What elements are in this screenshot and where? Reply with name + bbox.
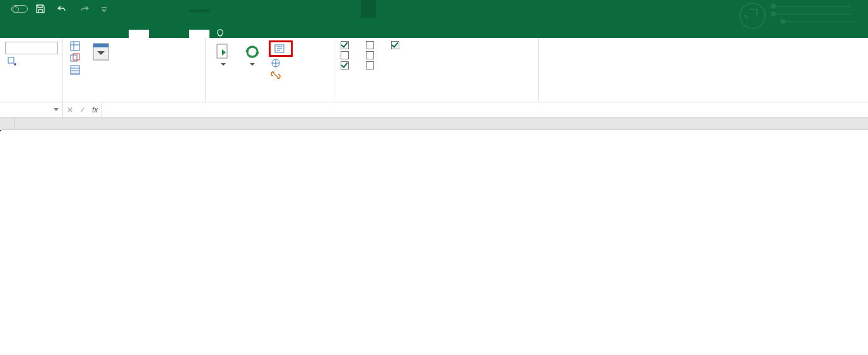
properties-button[interactable] <box>269 40 293 57</box>
svg-point-2 <box>771 12 775 16</box>
chk-banded-rows[interactable] <box>339 61 353 70</box>
chk-total-row[interactable] <box>339 51 353 60</box>
group-label-external <box>211 98 329 102</box>
svg-rect-10 <box>93 44 108 47</box>
resize-icon <box>7 56 17 66</box>
save-icon[interactable] <box>33 4 48 14</box>
enter-formula-icon[interactable]: ✓ <box>79 105 86 114</box>
remove-dup-icon <box>70 53 80 63</box>
group-label-styleopts <box>339 98 533 102</box>
unlink-icon <box>271 70 281 80</box>
chk-banded-cols[interactable] <box>365 61 378 70</box>
svg-point-1 <box>771 4 775 8</box>
chk-header-row[interactable] <box>339 40 353 50</box>
open-browser-button[interactable] <box>269 57 293 69</box>
table-styles-gallery[interactable] <box>544 40 863 42</box>
pivot-icon <box>70 41 80 51</box>
tab-help[interactable] <box>169 30 189 38</box>
svg-point-0 <box>740 3 765 28</box>
resize-table-button[interactable] <box>5 56 57 67</box>
tab-home[interactable] <box>28 30 48 38</box>
tab-review[interactable] <box>129 30 149 38</box>
chk-filter-button[interactable] <box>390 40 404 50</box>
ribbon <box>0 38 868 102</box>
tab-pagelayout[interactable] <box>68 30 88 38</box>
browser-icon <box>271 58 281 68</box>
contextual-tab-label <box>361 0 376 18</box>
export-icon <box>213 42 233 62</box>
convert-range-button[interactable] <box>68 64 85 76</box>
name-box[interactable] <box>0 102 63 117</box>
tab-design[interactable] <box>189 30 209 38</box>
tab-formulas[interactable] <box>88 30 108 38</box>
slicer-icon <box>91 42 111 62</box>
insert-slicer-button[interactable] <box>88 40 114 64</box>
fx-icon[interactable]: fx <box>92 105 98 114</box>
select-all-corner[interactable] <box>0 117 15 129</box>
qat-customize-icon[interactable] <box>98 6 110 12</box>
summarize-pivot-button[interactable] <box>68 40 85 52</box>
group-label-tools <box>68 98 200 102</box>
chk-last-col[interactable] <box>365 51 378 60</box>
unlink-button[interactable] <box>269 69 293 81</box>
tablename-input[interactable] <box>5 42 58 54</box>
tab-insert[interactable] <box>48 30 68 38</box>
title-bar <box>0 0 868 18</box>
tab-file[interactable] <box>0 30 28 38</box>
decorative-overlay <box>724 0 857 38</box>
export-button[interactable] <box>211 40 236 67</box>
formula-input[interactable] <box>102 102 868 117</box>
refresh-button[interactable] <box>240 40 265 67</box>
svg-point-3 <box>781 20 785 23</box>
undo-button[interactable] <box>53 4 71 13</box>
remove-dup-button[interactable] <box>68 52 85 64</box>
svg-rect-5 <box>71 42 79 51</box>
redo-button[interactable] <box>76 4 93 13</box>
tab-view[interactable] <box>149 30 169 38</box>
group-label-properties <box>5 98 57 102</box>
chk-first-col[interactable] <box>365 40 378 50</box>
convert-icon <box>70 65 80 75</box>
lightbulb-icon <box>216 29 225 38</box>
spreadsheet-grid[interactable] <box>0 117 868 130</box>
cancel-formula-icon[interactable]: ✕ <box>67 105 73 114</box>
svg-rect-4 <box>8 57 14 63</box>
autosave-toggle[interactable] <box>9 5 28 13</box>
tell-me-search[interactable] <box>209 29 235 38</box>
formula-bar: ✕ ✓ fx <box>0 102 868 117</box>
group-label-styles <box>544 98 863 102</box>
refresh-icon <box>242 42 262 62</box>
tab-data[interactable] <box>108 30 129 38</box>
properties-icon <box>274 44 284 54</box>
